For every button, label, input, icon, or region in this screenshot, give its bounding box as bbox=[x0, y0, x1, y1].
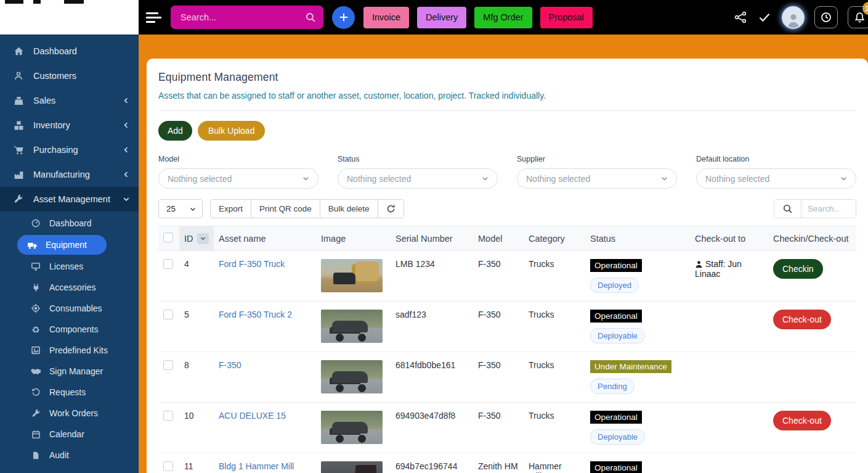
page-size-select[interactable]: 25 bbox=[158, 199, 203, 218]
column-header-id[interactable]: ID bbox=[179, 226, 214, 251]
document-icon bbox=[30, 451, 42, 460]
sidebar-item-sales[interactable]: Sales bbox=[0, 88, 139, 113]
sidebar-item-calendar[interactable]: Calendar bbox=[0, 424, 139, 445]
page-subtitle: Assets that can be assigned to staff or … bbox=[158, 91, 856, 101]
cell-id: 10 bbox=[179, 403, 214, 453]
global-search-input[interactable] bbox=[180, 12, 305, 22]
sidebar-item-consumables[interactable]: Consumables bbox=[0, 298, 139, 319]
filter-status: Status Nothing selected bbox=[338, 155, 498, 189]
cell-id: 4 bbox=[179, 251, 214, 302]
sidebar-item-label: Inventory bbox=[33, 120, 70, 130]
page-size-value: 25 bbox=[166, 204, 176, 213]
table-search-button[interactable] bbox=[774, 200, 801, 218]
asset-name-link[interactable]: Ford F-350 Truck 2 bbox=[219, 310, 292, 319]
asset-thumbnail[interactable] bbox=[321, 360, 383, 393]
sidebar-item-requests[interactable]: Requests bbox=[0, 382, 139, 403]
share-icon[interactable] bbox=[734, 10, 747, 24]
substatus-badge: Deployed bbox=[590, 278, 639, 293]
sidebar-item-purchasing[interactable]: Purchasing bbox=[0, 138, 139, 162]
table-search-input[interactable] bbox=[801, 200, 856, 218]
clock-icon[interactable] bbox=[814, 6, 838, 28]
asset-name-link[interactable]: Bldg 1 Hammer Mill bbox=[219, 461, 294, 471]
export-button[interactable]: Export bbox=[211, 200, 251, 218]
checkout-button[interactable]: Check-out bbox=[773, 310, 831, 329]
sidebar-item-sign-manager[interactable]: Sign Manager bbox=[0, 361, 139, 382]
column-header-image[interactable]: Image bbox=[316, 226, 391, 251]
history-icon bbox=[30, 388, 42, 397]
sort-icon[interactable] bbox=[197, 233, 209, 244]
column-header-category[interactable]: Category bbox=[524, 226, 585, 251]
cell-id: 8 bbox=[179, 352, 214, 403]
asset-name-link[interactable]: Ford F-350 Truck bbox=[219, 259, 285, 269]
add-button[interactable]: Add bbox=[158, 121, 192, 141]
model-select[interactable]: Nothing selected bbox=[158, 168, 318, 189]
row-checkbox[interactable] bbox=[163, 461, 173, 471]
status-label: Operational bbox=[590, 259, 642, 272]
wrench-icon bbox=[30, 409, 42, 418]
sidebar-item-accessories[interactable]: Accessories bbox=[0, 277, 139, 298]
sidebar-item-label: Dashboard bbox=[49, 218, 92, 228]
row-checkbox[interactable] bbox=[163, 259, 173, 269]
asset-thumbnail[interactable] bbox=[321, 259, 383, 292]
select-value: Nothing selected bbox=[705, 174, 769, 184]
sidebar-item-inventory[interactable]: Inventory bbox=[0, 113, 139, 138]
default-location-select[interactable]: Nothing selected bbox=[696, 168, 856, 189]
column-header-serial[interactable]: Serial Number bbox=[391, 226, 473, 251]
checkin-button[interactable]: Checkin bbox=[773, 259, 823, 279]
avatar[interactable] bbox=[782, 6, 805, 29]
bulk-upload-button[interactable]: Bulk Upload bbox=[198, 121, 266, 141]
sidebar-item-audit[interactable]: Audit bbox=[0, 445, 139, 466]
column-header-checkout-to[interactable]: Check-out to bbox=[690, 226, 768, 251]
sidebar-item-dashboard[interactable]: Dashboard bbox=[0, 39, 139, 64]
sidebar-item-asset-dashboard[interactable]: Dashboard bbox=[0, 213, 139, 234]
cell-serial: LMB 1234 bbox=[391, 251, 473, 302]
calendar-icon bbox=[30, 430, 42, 439]
asset-name-link[interactable]: ACU DELUXE 15 bbox=[219, 411, 286, 421]
quick-add-button[interactable] bbox=[332, 6, 355, 29]
checkout-button[interactable]: Check-out bbox=[773, 411, 831, 430]
print-qr-button[interactable]: Print QR code bbox=[251, 200, 320, 218]
cell-serial: sadf123 bbox=[391, 302, 473, 352]
sidebar-item-customers[interactable]: Customers bbox=[0, 64, 139, 88]
sidebar-item-equipment[interactable]: Equipment bbox=[17, 235, 107, 255]
row-checkbox[interactable] bbox=[163, 310, 173, 319]
notifications-button[interactable]: 13 bbox=[848, 6, 868, 28]
status-label: Operational bbox=[590, 310, 642, 323]
asset-thumbnail[interactable] bbox=[321, 461, 383, 473]
search-icon bbox=[782, 204, 793, 214]
proposal-button[interactable]: Proposal bbox=[540, 7, 593, 28]
sidebar-item-label: Sales bbox=[33, 96, 55, 105]
asset-thumbnail[interactable] bbox=[321, 411, 383, 444]
asset-name-link[interactable]: F-350 bbox=[219, 360, 241, 370]
sidebar-item-components[interactable]: ♻ Components bbox=[0, 319, 139, 340]
row-checkbox[interactable] bbox=[163, 360, 173, 370]
column-header-status[interactable]: Status bbox=[585, 226, 690, 251]
delivery-button[interactable]: Delivery bbox=[417, 7, 466, 28]
supplier-select[interactable]: Nothing selected bbox=[517, 168, 677, 189]
cell-serial: 6814fdb0be161 bbox=[391, 352, 473, 403]
column-header-asset-name[interactable]: Asset name bbox=[214, 226, 316, 251]
invoice-button[interactable]: Invoice bbox=[363, 7, 409, 28]
cell-category: Trucks bbox=[524, 251, 585, 302]
status-select[interactable]: Nothing selected bbox=[338, 168, 498, 189]
refresh-button[interactable] bbox=[378, 200, 404, 218]
bulk-delete-button[interactable]: Bulk delete bbox=[320, 200, 378, 218]
sidebar-item-work-orders[interactable]: Work Orders bbox=[0, 403, 139, 424]
asset-thumbnail[interactable] bbox=[321, 310, 383, 343]
select-all-checkbox[interactable] bbox=[163, 232, 173, 242]
row-checkbox[interactable] bbox=[163, 411, 173, 421]
cash-register-icon bbox=[12, 96, 25, 106]
sidebar-item-asset-management[interactable]: Asset Management bbox=[0, 187, 139, 212]
column-header-model[interactable]: Model bbox=[473, 226, 524, 251]
sidebar-item-manufacturing[interactable]: Manufacturing bbox=[0, 162, 139, 187]
check-icon[interactable] bbox=[757, 10, 772, 25]
menu-icon[interactable] bbox=[146, 10, 164, 25]
column-header-checkin-checkout[interactable]: Checkin/Check-out bbox=[768, 226, 856, 251]
mfg-order-button[interactable]: Mfg Order bbox=[474, 7, 532, 28]
column-label: ID bbox=[184, 234, 193, 244]
sidebar-item-predefined-kits[interactable]: Predefined Kits bbox=[0, 340, 139, 361]
sidebar-item-licenses[interactable]: Licenses bbox=[0, 256, 139, 277]
status-label: Under Maintenance bbox=[590, 360, 671, 373]
content-background: Equipment Management Assets that can be … bbox=[139, 35, 868, 473]
sidebar-item-label: Sign Manager bbox=[49, 366, 103, 376]
